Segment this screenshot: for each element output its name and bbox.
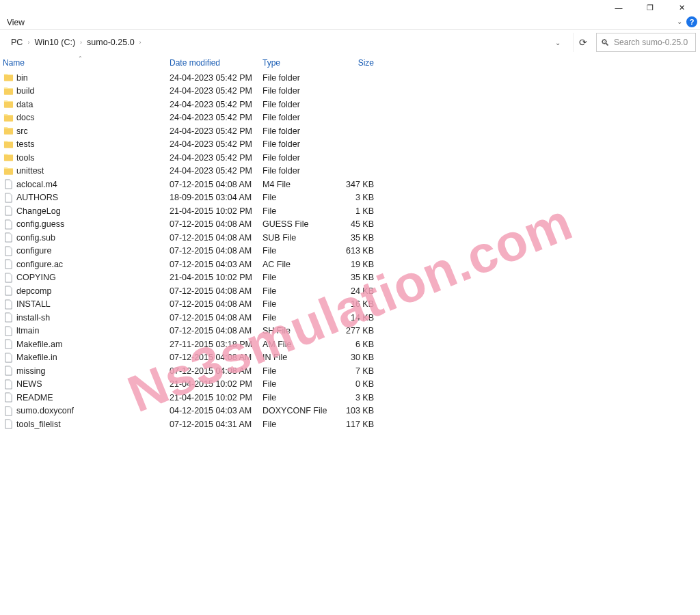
file-row[interactable]: ChangeLog21-04-2015 10:02 PMFile1 KB [0,204,700,218]
cell-size: 3 KB [334,393,381,402]
cell-name: bin [0,72,165,83]
maximize-button[interactable]: ❐ [634,0,666,15]
file-row[interactable]: missing07-12-2015 04:08 AMFile7 KB [0,364,700,378]
cell-name: aclocal.m4 [0,179,165,190]
cell-size: 117 KB [334,420,381,429]
folder-icon [3,112,14,123]
address-bar-row: PC › Win10 (C:) › sumo-0.25.0 › ⌄ ⟳ 🔍︎ S… [0,30,700,55]
file-row[interactable]: configure.ac07-12-2015 04:03 AMAC File19… [0,258,700,271]
col-header-type[interactable]: Type [258,58,334,68]
cell-date: 27-11-2015 03:18 PM [165,340,258,349]
cell-date: 07-12-2015 04:08 AM [165,313,258,323]
col-header-size[interactable]: Size [334,58,381,68]
minimize-button[interactable]: — [603,0,634,15]
folder-row[interactable]: tests24-04-2023 05:42 PMFile folder [0,138,700,152]
cell-type: AM File [258,340,334,349]
file-row[interactable]: sumo.doxyconf04-12-2015 04:03 AMDOXYCONF… [0,405,700,418]
folder-icon [3,152,14,163]
file-row[interactable]: install-sh07-12-2015 04:08 AMFile14 KB [0,311,700,325]
cell-type: AC File [258,260,334,269]
file-row[interactable]: README21-04-2015 10:02 PMFile3 KB [0,391,700,405]
cell-type: File [258,206,334,216]
cell-size: 14 KB [334,313,381,323]
column-headers: Name ⌃ Date modified Type Size [0,55,700,71]
cell-size: 19 KB [334,260,381,269]
file-row[interactable]: depcomp07-12-2015 04:08 AMFile24 KB [0,284,700,298]
file-row[interactable]: Makefile.in07-12-2015 04:08 AMIN File30 … [0,351,700,365]
file-row[interactable]: configure07-12-2015 04:08 AMFile613 KB [0,245,700,258]
view-menu[interactable]: View [7,18,25,27]
cell-name: depcomp [0,286,165,297]
search-input[interactable]: 🔍︎ Search sumo-0.25.0 [596,33,696,52]
close-button[interactable]: ✕ [666,0,697,15]
file-icon [3,352,14,363]
cell-type: IN File [258,353,334,362]
file-row[interactable]: config.sub07-12-2015 04:08 AMSUB File35 … [0,231,700,245]
cell-name: tests [0,139,165,150]
ribbon-expand-icon[interactable]: ⌄ [677,18,682,25]
folder-row[interactable]: tools24-04-2023 05:42 PMFile folder [0,151,700,165]
file-row[interactable]: tools_filelist07-12-2015 04:31 AMFile117… [0,418,700,431]
cell-name: configure [0,245,165,256]
file-name-label: install-sh [16,313,50,323]
cell-date: 07-12-2015 04:03 AM [165,260,258,269]
cell-type: File folder [258,126,334,136]
file-name-label: tools [16,153,34,163]
folder-row[interactable]: docs24-04-2023 05:42 PMFile folder [0,111,700,125]
col-header-date[interactable]: Date modified [165,58,258,68]
folder-icon [3,139,14,150]
file-row[interactable]: NEWS21-04-2015 10:02 PMFile0 KB [0,378,700,392]
file-icon [3,405,14,416]
col-header-name[interactable]: Name ⌃ [0,58,165,68]
cell-date: 24-04-2023 05:42 PM [165,166,258,176]
file-name-label: Makefile.in [16,353,57,362]
cell-type: File [258,286,334,296]
breadcrumb-pc[interactable]: PC [8,38,25,47]
breadcrumb-folder[interactable]: sumo-0.25.0 [84,38,137,47]
file-row[interactable]: ltmain07-12-2015 04:08 AMSH File277 KB [0,325,700,338]
cell-size: 24 KB [334,286,381,296]
cell-name: ChangeLog [0,206,165,217]
breadcrumb-drive[interactable]: Win10 (C:) [31,38,78,47]
cell-name: data [0,99,165,110]
file-row[interactable]: AUTHORS18-09-2015 03:04 AMFile3 KB [0,191,700,205]
folder-row[interactable]: data24-04-2023 05:42 PMFile folder [0,98,700,111]
cell-type: File [258,193,334,202]
file-icon [3,219,14,230]
cell-name: COPYING [0,272,165,283]
file-name-label: INSTALL [16,299,51,309]
file-name-label: docs [16,113,34,122]
file-icon [3,379,14,390]
cell-size: 0 KB [334,379,381,389]
folder-row[interactable]: build24-04-2023 05:42 PMFile folder [0,85,700,98]
cell-size: 30 KB [334,353,381,362]
cell-size: 1 KB [334,206,381,216]
cell-name: config.sub [0,232,165,243]
file-row[interactable]: COPYING21-04-2015 10:02 PMFile35 KB [0,271,700,285]
file-icon [3,366,14,377]
folder-icon [3,72,14,83]
help-button[interactable]: ? [686,16,697,27]
cell-type: File [258,313,334,323]
folder-row[interactable]: src24-04-2023 05:42 PMFile folder [0,124,700,138]
cell-type: File [258,366,334,376]
file-row[interactable]: config.guess07-12-2015 04:08 AMGUESS Fil… [0,218,700,232]
col-header-name-label: Name [3,58,25,68]
cell-size: 3 KB [334,193,381,202]
cell-date: 24-04-2023 05:42 PM [165,153,258,163]
cell-name: sumo.doxyconf [0,405,165,416]
file-name-label: ltmain [16,326,39,336]
file-row[interactable]: Makefile.am27-11-2015 03:18 PMAM File6 K… [0,338,700,351]
file-row[interactable]: INSTALL07-12-2015 04:08 AMFile16 KB [0,298,700,312]
file-name-label: config.guess [16,219,64,229]
file-icon [3,192,14,203]
window-titlebar: — ❐ ✕ [0,0,700,15]
breadcrumb[interactable]: PC › Win10 (C:) › sumo-0.25.0 › ⌄ [4,33,569,52]
breadcrumb-history-icon[interactable]: ⌄ [551,39,565,46]
folder-row[interactable]: unittest24-04-2023 05:42 PMFile folder [0,165,700,178]
cell-date: 21-04-2015 10:02 PM [165,206,258,216]
folder-row[interactable]: bin24-04-2023 05:42 PMFile folder [0,71,700,85]
cell-size: 35 KB [334,273,381,282]
file-row[interactable]: aclocal.m407-12-2015 04:08 AMM4 File347 … [0,178,700,191]
refresh-button[interactable]: ⟳ [573,33,592,52]
